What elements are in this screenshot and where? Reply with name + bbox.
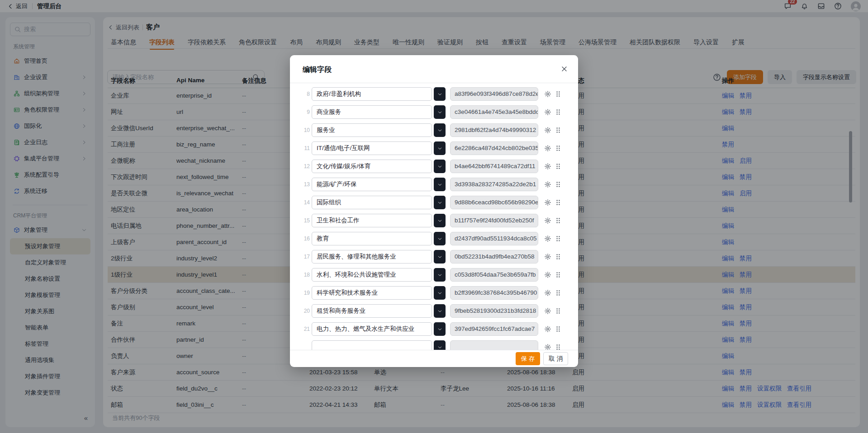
- option-label-input[interactable]: 能源/矿产/环保: [312, 178, 432, 191]
- option-value-input[interactable]: 397ed942659fcc1fc67adcae7: [450, 322, 538, 336]
- drag-handle-icon[interactable]: [555, 181, 561, 188]
- option-label-input[interactable]: 政府/非盈利机构: [312, 87, 432, 101]
- option-label-input[interactable]: 租赁和商务服务业: [312, 304, 432, 318]
- option-label-input[interactable]: 教育: [312, 232, 432, 245]
- option-label-input[interactable]: [312, 340, 432, 350]
- gear-icon[interactable]: [544, 127, 551, 134]
- option-row: [290, 340, 578, 350]
- gear-icon[interactable]: [544, 289, 551, 297]
- cancel-button[interactable]: 取 消: [543, 352, 568, 365]
- edit-field-modal: 编辑字段 8政府/非盈利机构a83f96e093f3496d87ce878d2e…: [290, 55, 578, 367]
- option-value-input[interactable]: c053d8f054daa75e3b659a7fb: [450, 268, 538, 282]
- option-type-dropdown[interactable]: [434, 232, 446, 245]
- option-value-input[interactable]: [450, 340, 538, 350]
- drag-handle-icon[interactable]: [555, 308, 561, 314]
- option-row: 19科学研究和技术服务业b2ff3969fc387684c395b46790: [290, 286, 578, 300]
- option-type-dropdown[interactable]: [434, 322, 446, 336]
- option-type-dropdown[interactable]: [434, 250, 446, 264]
- drag-handle-icon[interactable]: [555, 145, 561, 151]
- option-label-input[interactable]: 电力、热力、燃气及水生产和供应业: [312, 322, 432, 336]
- option-label-input[interactable]: 商业服务: [312, 105, 432, 119]
- option-type-dropdown[interactable]: [434, 160, 446, 173]
- option-value-input[interactable]: 3d3938a283274285a22de2b1: [450, 178, 538, 191]
- drag-handle-icon[interactable]: [555, 109, 561, 115]
- option-type-dropdown[interactable]: [434, 286, 446, 300]
- option-value-input[interactable]: d2437df90ad5511934dca8c05: [450, 232, 538, 245]
- modal-title: 编辑字段: [303, 65, 332, 75]
- gear-icon[interactable]: [544, 253, 551, 260]
- option-type-dropdown[interactable]: [434, 123, 446, 137]
- option-type-dropdown[interactable]: [434, 87, 446, 101]
- option-row: 18水利、环境和公共设施管理业c053d8f054daa75e3b659a7fb: [290, 268, 578, 282]
- option-type-dropdown[interactable]: [434, 268, 446, 282]
- option-index: 10: [296, 123, 310, 137]
- option-label-input[interactable]: 科学研究和技术服务业: [312, 286, 432, 300]
- gear-icon[interactable]: [544, 90, 551, 98]
- gear-icon[interactable]: [544, 108, 551, 116]
- gear-icon[interactable]: [544, 199, 551, 206]
- modal-footer: 保 存 取 消: [290, 350, 578, 367]
- option-index: 18: [296, 268, 310, 282]
- gear-icon[interactable]: [544, 307, 551, 315]
- option-value-input[interactable]: 9fbeb52819300d231b3fd2818: [450, 304, 538, 318]
- option-value-input[interactable]: 9d88b6ceacd98bc656b98290e: [450, 196, 538, 209]
- option-label-input[interactable]: 国际组织: [312, 196, 432, 209]
- option-index: 12: [296, 160, 310, 173]
- option-type-dropdown[interactable]: [434, 340, 446, 350]
- option-value-input[interactable]: b4ae642bbf6741489ca72df11: [450, 160, 538, 173]
- option-index: 8: [296, 87, 310, 101]
- option-type-dropdown[interactable]: [434, 196, 446, 209]
- option-value-input[interactable]: a83f96e093f3496d87ce878d2e: [450, 87, 538, 101]
- gear-icon[interactable]: [544, 325, 551, 333]
- option-value-input[interactable]: b11f757e9f24fd00fd52eb250f: [450, 214, 538, 227]
- gear-icon[interactable]: [544, 181, 551, 188]
- option-value-input[interactable]: b2ff3969fc387684c395b46790: [450, 286, 538, 300]
- option-label-input[interactable]: 服务业: [312, 123, 432, 137]
- gear-icon[interactable]: [544, 145, 551, 152]
- option-index: 17: [296, 250, 310, 264]
- option-type-dropdown[interactable]: [434, 105, 446, 119]
- option-value-input[interactable]: 0bd52231b4ad9fb4ea270b58: [450, 250, 538, 264]
- option-row: 14国际组织9d88b6ceacd98bc656b98290e: [290, 196, 578, 209]
- option-row: 17居民服务、修理和其他服务业0bd52231b4ad9fb4ea270b58: [290, 250, 578, 264]
- drag-handle-icon[interactable]: [555, 163, 561, 169]
- option-label-input[interactable]: 卫生和社会工作: [312, 214, 432, 227]
- option-label-input[interactable]: IT/通信/电子/互联网: [312, 141, 432, 155]
- close-icon[interactable]: [561, 66, 568, 72]
- gear-icon[interactable]: [544, 271, 551, 278]
- option-index: 19: [296, 286, 310, 300]
- drag-handle-icon[interactable]: [555, 326, 561, 332]
- drag-handle-icon[interactable]: [555, 199, 561, 206]
- option-row: 20租赁和商务服务业9fbeb52819300d231b3fd2818: [290, 304, 578, 318]
- option-label-input[interactable]: 居民服务、修理和其他服务业: [312, 250, 432, 264]
- gear-icon[interactable]: [544, 344, 551, 350]
- option-type-dropdown[interactable]: [434, 141, 446, 155]
- drag-handle-icon[interactable]: [555, 217, 561, 224]
- drag-handle-icon[interactable]: [555, 91, 561, 97]
- option-label-input[interactable]: 水利、环境和公共设施管理业: [312, 268, 432, 282]
- gear-icon[interactable]: [544, 235, 551, 242]
- option-index: 13: [296, 178, 310, 191]
- option-type-dropdown[interactable]: [434, 304, 446, 318]
- option-value-input[interactable]: c3e04661a4e745e3a45e8bddc: [450, 105, 538, 119]
- drag-handle-icon[interactable]: [555, 127, 561, 133]
- drag-handle-icon[interactable]: [555, 272, 561, 278]
- option-value-input[interactable]: 2981dbf62f2a4d74b49990312: [450, 123, 538, 137]
- gear-icon[interactable]: [544, 163, 551, 170]
- option-index: 16: [296, 232, 310, 245]
- gear-icon[interactable]: [544, 217, 551, 224]
- save-button[interactable]: 保 存: [516, 352, 540, 365]
- option-type-dropdown[interactable]: [434, 214, 446, 227]
- drag-handle-icon[interactable]: [555, 344, 561, 350]
- drag-handle-icon[interactable]: [555, 254, 561, 260]
- option-type-dropdown[interactable]: [434, 178, 446, 191]
- option-index: 15: [296, 214, 310, 227]
- option-label-input[interactable]: 文化/传媒/娱乐/体育: [312, 160, 432, 173]
- option-row: 15卫生和社会工作b11f757e9f24fd00fd52eb250f: [290, 214, 578, 227]
- option-row: 13能源/矿产/环保3d3938a283274285a22de2b1: [290, 178, 578, 191]
- drag-handle-icon[interactable]: [555, 290, 561, 296]
- drag-handle-icon[interactable]: [555, 235, 561, 242]
- option-value-input[interactable]: 6e2286ca487d424cb802be035: [450, 141, 538, 155]
- option-row: 16教育d2437df90ad5511934dca8c05: [290, 232, 578, 245]
- modal-body: 8政府/非盈利机构a83f96e093f3496d87ce878d2e9商业服务…: [290, 84, 578, 350]
